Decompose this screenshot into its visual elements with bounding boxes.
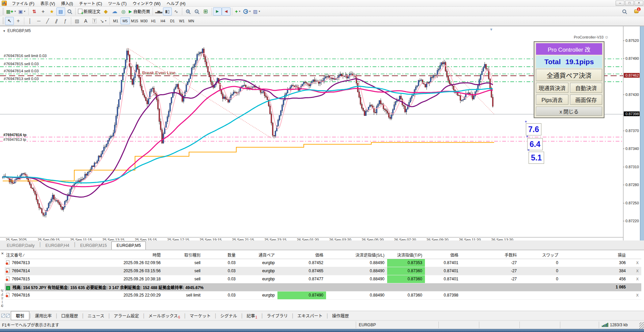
periods-button[interactable]: ▼ xyxy=(242,7,252,16)
close-order-icon[interactable]: X xyxy=(636,261,639,265)
fibonacci-tool[interactable]: ƒ xyxy=(61,17,70,25)
zoom-out-button[interactable]: − xyxy=(192,7,201,16)
chart-window[interactable]: ▼EURGBP,M5 ProController-V33 ☺ ▼ #769478… xyxy=(0,26,644,240)
metaeditor-button[interactable]: ◆ xyxy=(102,7,110,16)
chevron-down-icon[interactable]: ▼ xyxy=(3,29,6,33)
pips-marker-label[interactable]: 6.4 xyxy=(527,138,543,150)
order-row[interactable]: 769478132025.09.26 02:09:56sell0.03eurgb… xyxy=(5,259,641,267)
close-order-icon[interactable]: X xyxy=(636,277,639,281)
profiles-button[interactable]: ▣▼ xyxy=(17,7,27,16)
terminal-close-icon[interactable]: ✕ xyxy=(1,252,4,255)
terminal-tab-4[interactable]: アラーム設定 xyxy=(110,311,143,320)
shapes-tool[interactable]: ▧ xyxy=(73,17,81,25)
trendline-tool[interactable]: ╱ xyxy=(43,17,52,25)
chart-tab-eurgbp-m15[interactable]: EURGBP,M15 xyxy=(75,242,111,250)
terminal-tab-8[interactable]: 記事1 xyxy=(243,311,262,320)
chart-tab-eurgbp-m5[interactable]: EURGBP,M5 xyxy=(111,241,146,250)
menu-item-4[interactable]: ツール (T) xyxy=(105,0,130,7)
close-current-pair-button[interactable]: 現通貨決済 xyxy=(536,83,568,93)
strategy-tester-button[interactable] xyxy=(65,7,74,16)
bar-chart-button[interactable]: ▂▅▃ xyxy=(154,7,163,16)
timeframe-m1[interactable]: M1 xyxy=(111,17,120,24)
terminal-tab-5[interactable]: メールボックス6 xyxy=(144,311,184,320)
column-header[interactable]: 数量 xyxy=(203,251,238,259)
timeframe-w1[interactable]: W1 xyxy=(177,17,187,24)
column-header[interactable]: 手数料 xyxy=(461,251,519,259)
chart-shift-button[interactable]: ◀ xyxy=(222,7,231,16)
close-order-icon[interactable]: X xyxy=(636,293,639,297)
timeframe-mn[interactable]: MN xyxy=(187,17,196,24)
order-row[interactable]: 769478142025.09.26 03:15:56sell0.03eurgb… xyxy=(5,267,641,275)
timeframe-h4[interactable]: H4 xyxy=(158,17,168,24)
text-tool[interactable]: A xyxy=(81,17,90,25)
menu-item-1[interactable]: 表示 (V) xyxy=(37,0,58,7)
new-order-button[interactable]: 新規注文 xyxy=(77,7,102,16)
pips-marker-label[interactable]: 5.1 xyxy=(529,152,544,164)
arrows-tool[interactable]: ↘▼ xyxy=(99,17,108,25)
toolbar-grip[interactable] xyxy=(2,18,4,24)
menu-item-5[interactable]: ウィンドウ (W) xyxy=(130,0,164,7)
tile-windows-button[interactable]: ⊞ xyxy=(201,7,210,16)
restore-button[interactable]: □ xyxy=(625,1,634,6)
vertical-line-tool[interactable]: │ xyxy=(26,17,34,25)
community-button[interactable]: ◎ xyxy=(119,7,128,16)
balance-row[interactable]: ↑残高: 154 570 JPY 有効証拠金: 155 635 必要証拠金: 3… xyxy=(5,283,641,291)
chart-tab-eurgbp-daily[interactable]: EURGBP,Daily xyxy=(2,242,39,250)
timeframe-m5[interactable]: M5 xyxy=(120,17,130,24)
auto-trading-button[interactable]: ▶自動売買 xyxy=(128,7,151,16)
menu-item-0[interactable]: ファイル (F) xyxy=(9,0,37,7)
terminal-tab-6[interactable]: マーケット xyxy=(186,311,215,320)
indicators-button[interactable]: +▼ xyxy=(234,7,242,16)
column-header[interactable]: 損益 xyxy=(561,251,628,259)
column-header[interactable]: 決済逆指値(S/L) xyxy=(326,251,387,259)
chart-mini-icon[interactable] xyxy=(6,314,10,317)
toolbar-grip[interactable] xyxy=(2,8,4,15)
terminal-toggle-button[interactable]: ▤ xyxy=(56,7,65,16)
terminal-tab-9[interactable]: ライブラリ xyxy=(263,311,292,320)
terminal-tab-10[interactable]: エキスパート xyxy=(293,311,327,320)
crosshair-tool[interactable]: + xyxy=(14,17,23,25)
label-tool[interactable]: T xyxy=(90,17,99,25)
close-all-pairs-button[interactable]: 全通貨ペア決済 xyxy=(536,69,602,81)
menu-item-6[interactable]: ヘルプ (H) xyxy=(164,0,189,7)
channel-tool[interactable]: ∥ xyxy=(52,17,61,25)
resize-grip[interactable] xyxy=(639,322,644,329)
close-button[interactable]: × xyxy=(635,1,643,6)
column-header[interactable]: 価格 xyxy=(425,251,461,259)
column-header[interactable]: 決済指値(T/P) xyxy=(387,251,425,259)
minimize-button[interactable]: – xyxy=(616,1,624,6)
data-window-button[interactable]: + xyxy=(39,7,48,16)
order-row[interactable]: 769478162025.09.25 22:00:29sell limit0.0… xyxy=(5,291,641,299)
terminal-tab-2[interactable]: 口座履歴 xyxy=(57,311,82,320)
column-header[interactable]: 時間 xyxy=(49,251,163,259)
vps-button[interactable]: ☁ xyxy=(110,7,119,16)
chart-shift-marker[interactable]: ▼ xyxy=(489,27,493,31)
price-axis[interactable]: 0.875200.874900.874620.874300.873980.873… xyxy=(623,26,640,241)
column-header[interactable]: 注文番号 ∕ xyxy=(5,251,49,259)
market-watch-button[interactable]: ⇅ xyxy=(30,7,39,16)
save-screen-button[interactable]: 画面保存 xyxy=(570,95,602,105)
cursor-tool[interactable]: ↖ xyxy=(5,17,14,25)
menu-item-2[interactable]: 挿入(I) xyxy=(58,0,76,7)
new-chart-button[interactable]: ▦+▼ xyxy=(5,7,17,16)
pips-marker-label[interactable]: 7.6 xyxy=(526,123,541,135)
terminal-tab-1[interactable]: 運用比率 xyxy=(31,311,56,320)
close-panel-button[interactable]: x 閉じる xyxy=(536,107,602,116)
auto-close-button[interactable]: 自動決済 xyxy=(570,83,602,93)
notifications-icon[interactable]: 1 xyxy=(632,7,641,16)
terminal-tab-7[interactable]: シグナル xyxy=(216,311,241,320)
timeframe-m15[interactable]: M15 xyxy=(130,17,139,24)
line-chart-button[interactable]: ∿ xyxy=(172,7,181,16)
terminal-tab-11[interactable]: 操作履歴 xyxy=(328,311,353,320)
navigator-button[interactable]: ★ xyxy=(48,7,56,16)
timeframe-h1[interactable]: H1 xyxy=(149,17,158,24)
menu-item-3[interactable]: チャート (C) xyxy=(76,0,105,7)
terminal-tab-0[interactable]: 取引 xyxy=(11,311,29,320)
terminal-tab-3[interactable]: ニュース xyxy=(84,311,108,320)
chart-tab-eurgbp-h4[interactable]: EURGBP,H4 xyxy=(41,242,74,250)
timeframe-d1[interactable]: D1 xyxy=(168,17,177,24)
column-header[interactable]: 取引種別 xyxy=(163,251,203,259)
journal-mini-icon[interactable] xyxy=(1,314,5,317)
column-header[interactable]: 通貨ペア xyxy=(238,251,277,259)
candlestick-chart-button[interactable]: ▮▯ xyxy=(163,7,172,16)
